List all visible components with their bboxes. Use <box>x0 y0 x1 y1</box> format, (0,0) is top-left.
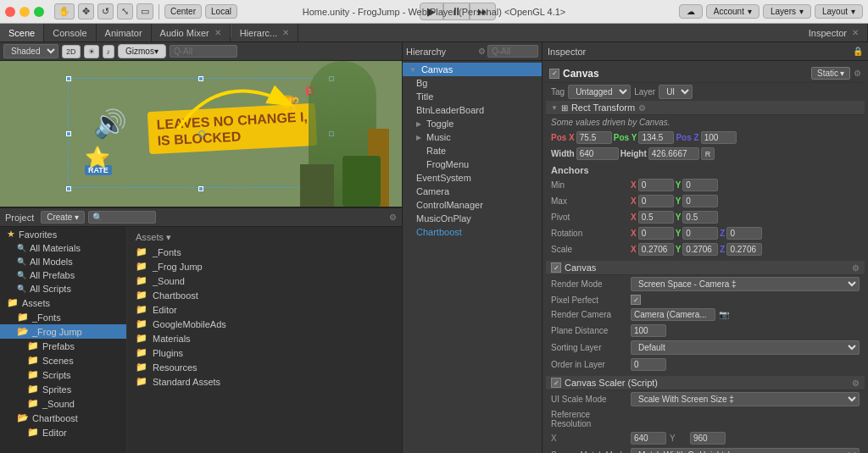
fav-prefabs[interactable]: 🔍 All Prefabs <box>0 268 126 282</box>
max-y-input[interactable] <box>682 195 718 207</box>
tab-animator[interactable]: Animator <box>97 24 152 41</box>
tab-console[interactable]: Console <box>44 24 96 41</box>
ui-scale-mode-dropdown[interactable]: Scale With Screen Size ‡ <box>631 392 860 406</box>
rect-tool[interactable]: ▭ <box>136 3 153 19</box>
canvas-settings-btn[interactable]: ⚙ <box>854 69 861 78</box>
asset-sprites[interactable]: 📁 Sprites <box>0 382 126 396</box>
rot-y-input[interactable] <box>682 227 718 240</box>
asset-sound[interactable]: 📁 _Sound <box>0 396 126 411</box>
pivot-x-input[interactable] <box>638 211 674 224</box>
height-input[interactable] <box>648 147 699 160</box>
fav-materials[interactable]: 🔍 All Materials <box>0 241 126 255</box>
close-button[interactable] <box>5 7 15 17</box>
file-sound[interactable]: 📁 _Sound <box>131 273 398 288</box>
maximize-button[interactable] <box>34 7 44 17</box>
project-search[interactable] <box>88 211 156 224</box>
hier-item-bg[interactable]: Bg <box>403 76 542 90</box>
hier-item-musiconplay[interactable]: MusicOnPlay <box>403 212 542 225</box>
render-camera-input[interactable] <box>631 308 715 321</box>
hier-item-title[interactable]: Title <box>403 90 542 103</box>
plane-distance-input[interactable] <box>631 324 666 337</box>
rot-x-input[interactable] <box>638 227 674 240</box>
pos-z-input[interactable]: 100 <box>701 131 737 144</box>
max-x-input[interactable] <box>638 195 674 207</box>
tab-audio-mixer[interactable]: Audio Mixer ✕ <box>152 24 231 41</box>
pos-y-input[interactable]: 134.5 <box>638 131 674 144</box>
ref-x-input[interactable] <box>631 432 666 445</box>
close-icon[interactable]: ✕ <box>214 28 221 37</box>
hier-item-music[interactable]: ▶ Music <box>403 130 542 144</box>
step-button[interactable]: ⏭ <box>470 3 496 20</box>
scale-z-input[interactable] <box>726 243 762 256</box>
r-button[interactable]: R <box>701 147 715 160</box>
rotate-tool[interactable]: ↺ <box>97 3 114 19</box>
asset-prefabs[interactable]: 📁 Prefabs <box>0 339 126 353</box>
hier-item-rate[interactable]: Rate <box>403 144 542 157</box>
tab-scene[interactable]: Scene <box>0 24 44 41</box>
ref-y-input[interactable] <box>690 432 726 445</box>
gizmos-button[interactable]: Gizmos▾ <box>118 44 166 58</box>
hier-item-btnleaderboard[interactable]: BtnLeaderBoard <box>403 103 542 117</box>
hier-item-canvas[interactable]: ▼ Canvas <box>403 63 542 76</box>
asset-frogjump[interactable]: 📂 _Frog Jump <box>0 324 126 339</box>
cloud-button[interactable]: ☁ <box>679 4 703 19</box>
layout-dropdown[interactable]: Layout ▾ <box>815 4 863 19</box>
rot-z-input[interactable] <box>726 227 762 240</box>
shaded-dropdown[interactable]: Shaded <box>3 44 58 58</box>
create-button[interactable]: Create ▾ <box>41 211 85 224</box>
inspector-lock-btn[interactable]: 🔒 <box>853 47 863 56</box>
file-frogjump[interactable]: 📁 _Frog Jump <box>131 259 398 273</box>
canvas-scaler-settings[interactable]: ⚙ <box>852 378 860 388</box>
file-chartboost[interactable]: 📁 Chartboost <box>131 288 398 302</box>
canvas-checkbox[interactable]: ✓ <box>549 69 559 79</box>
pixel-perfect-checkbox[interactable]: ✓ <box>631 295 641 305</box>
close-icon[interactable]: ✕ <box>852 28 859 37</box>
asset-editor[interactable]: 📁 Editor <box>0 425 126 439</box>
canvas-scaler-header[interactable]: ✓ Canvas Scaler (Script) ⚙ <box>546 376 865 390</box>
file-googlemobileads[interactable]: 📁 GoogleMobileAds <box>131 317 398 331</box>
hier-item-toggle[interactable]: ▶ Toggle <box>403 117 542 130</box>
tab-hierarchy[interactable]: Hierarc... ✕ <box>231 24 299 41</box>
sorting-layer-dropdown[interactable]: Default <box>631 340 860 355</box>
hierarchy-search[interactable] <box>487 45 538 58</box>
minimize-button[interactable] <box>19 7 30 17</box>
favorites-header[interactable]: ★ Favorites <box>0 227 126 241</box>
handle-tm[interactable] <box>198 76 203 81</box>
audio-button[interactable]: ♪ <box>103 45 115 58</box>
close-icon[interactable]: ✕ <box>282 28 289 37</box>
scene-view[interactable]: 🔊 🏆 1 3 LEAVES NO CHANGE I, IS BLOCKED ⭐… <box>0 61 402 207</box>
handle-bl[interactable] <box>66 186 71 191</box>
account-dropdown[interactable]: Account ▾ <box>706 4 760 19</box>
file-materials[interactable]: 📁 Materials <box>131 331 398 345</box>
pause-button[interactable]: ⏸ <box>443 3 470 20</box>
pivot-y-input[interactable] <box>682 211 718 224</box>
screen-match-dropdown[interactable]: Match Width Or Height ‡ <box>631 448 860 453</box>
rect-settings-btn[interactable]: ⚙ <box>638 103 646 113</box>
hier-item-chartboost[interactable]: Chartboost <box>403 225 542 239</box>
hierarchy-settings-btn[interactable]: ⚙ <box>478 47 486 56</box>
fav-models[interactable]: 🔍 All Models <box>0 255 126 268</box>
2d-button[interactable]: 2D <box>62 45 81 58</box>
canvas-component-header[interactable]: ✓ Canvas ⚙ <box>546 261 865 275</box>
canvas-comp-checkbox[interactable]: ✓ <box>551 262 561 273</box>
tab-inspector[interactable]: Inspector ✕ <box>800 24 868 41</box>
hand-tool[interactable]: ✋ <box>54 3 75 19</box>
asset-chartboost[interactable]: 📂 Chartboost <box>0 411 126 425</box>
canvas-scaler-checkbox[interactable]: ✓ <box>551 378 561 388</box>
hier-item-frogmenu[interactable]: FrogMenu <box>403 157 542 171</box>
handle-ml[interactable] <box>66 131 71 136</box>
center-button[interactable]: Center <box>164 4 202 19</box>
tag-dropdown[interactable]: Untagged <box>568 85 631 99</box>
scene-search[interactable] <box>170 45 237 58</box>
asset-fonts[interactable]: 📁 _Fonts <box>0 310 126 324</box>
layers-dropdown[interactable]: Layers ▾ <box>763 4 811 19</box>
static-badge[interactable]: Static ▾ <box>811 67 850 80</box>
canvas-comp-settings[interactable]: ⚙ <box>852 263 860 273</box>
order-layer-input[interactable] <box>631 358 666 371</box>
file-standard-assets[interactable]: 📁 Standard Assets <box>131 374 398 389</box>
file-resources[interactable]: 📁 Resources <box>131 360 398 374</box>
render-mode-dropdown[interactable]: Screen Space - Camera ‡ <box>631 277 860 291</box>
move-tool[interactable]: ✥ <box>78 3 94 19</box>
handle-bm[interactable] <box>198 186 203 191</box>
hier-item-controlmanager[interactable]: ControlManager <box>403 198 542 212</box>
